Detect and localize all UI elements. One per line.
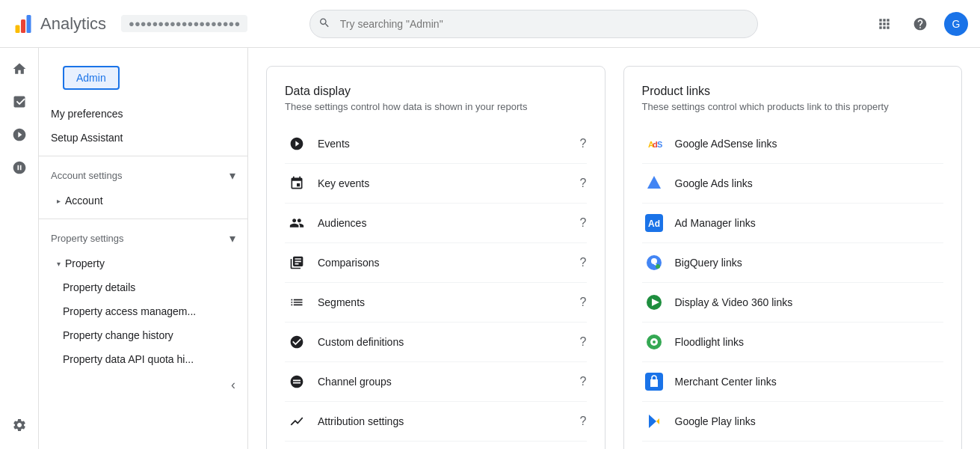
adsense-icon: AdS: [642, 132, 666, 156]
merchant-center-label: Merchant Center links: [675, 376, 944, 388]
sidebar-item-property-data-api-quota[interactable]: Property data API quota hi...: [39, 347, 247, 371]
google-play-icon: [642, 409, 666, 433]
custom-definitions-icon: [285, 330, 309, 354]
segments-icon: [285, 290, 309, 314]
sidebar-section-account-settings[interactable]: Account settings ▾: [39, 162, 247, 189]
floodlight-label: Floodlight links: [675, 336, 944, 348]
product-links-title: Product links: [642, 85, 944, 98]
search-bar-container: [309, 10, 758, 38]
menu-item-search-ads-360[interactable]: Search Ads 360 links: [642, 442, 944, 449]
svg-marker-7: [647, 176, 661, 189]
account-settings-chevron-icon: ▾: [229, 168, 235, 183]
logo: Analytics: [12, 13, 106, 35]
adsense-label: Google AdSense links: [675, 138, 944, 150]
svg-rect-1: [21, 19, 25, 33]
attribution-settings-label: Attribution settings: [318, 415, 580, 427]
sidebar-item-property[interactable]: ▾ Property: [39, 251, 247, 275]
custom-definitions-help-icon: ?: [580, 335, 587, 349]
data-display-subtitle: These settings control how data is shown…: [285, 101, 587, 112]
left-nav: [0, 48, 39, 449]
audiences-icon: [285, 211, 309, 235]
search-icon: [318, 16, 330, 31]
custom-definitions-label: Custom definitions: [318, 336, 580, 348]
segments-help-icon: ?: [580, 296, 587, 309]
sidebar-item-property-change-history[interactable]: Property change history: [39, 323, 247, 347]
key-events-icon: [285, 171, 309, 195]
nav-home-icon[interactable]: [4, 54, 34, 84]
help-icon[interactable]: [908, 12, 932, 36]
menu-item-floodlight[interactable]: Floodlight links: [642, 323, 944, 362]
sidebar-section-property-settings[interactable]: Property settings ▾: [39, 225, 247, 251]
property-access-management-label: Property access managem...: [63, 305, 196, 317]
nav-explore-icon[interactable]: [4, 120, 34, 150]
data-display-card: Data display These settings control how …: [266, 66, 605, 449]
sidebar-item-setup-assistant[interactable]: Setup Assistant: [39, 126, 247, 150]
svg-text:Ad: Ad: [648, 219, 660, 229]
key-events-help-icon: ?: [580, 177, 587, 190]
menu-item-dv360[interactable]: Display & Video 360 links: [642, 283, 944, 323]
menu-item-google-play[interactable]: Google Play links: [642, 402, 944, 442]
property-change-history-label: Property change history: [63, 329, 173, 341]
audiences-label: Audiences: [318, 217, 580, 229]
nav-advertising-icon[interactable]: [4, 153, 34, 183]
data-display-title: Data display: [285, 85, 587, 98]
sidebar-collapse-icon[interactable]: ‹: [231, 377, 235, 393]
main-content: Data display These settings control how …: [248, 48, 980, 449]
property-settings-label: Property settings: [51, 233, 124, 244]
sidebar: Admin My preferences Setup Assistant Acc…: [39, 48, 248, 449]
dv360-icon: [642, 290, 666, 314]
menu-item-segments[interactable]: Segments ?: [285, 283, 587, 323]
main-area: Data display These settings control how …: [248, 48, 980, 449]
menu-item-reporting-identity[interactable]: Reporting identity ?: [285, 442, 587, 449]
account-settings-label: Account settings: [51, 170, 122, 181]
comparisons-icon: [285, 251, 309, 275]
svg-point-18: [653, 340, 656, 343]
merchant-center-icon: [642, 370, 666, 394]
attribution-settings-icon: [285, 409, 309, 433]
ad-manager-icon: Ad: [642, 211, 666, 235]
sidebar-item-account[interactable]: ▸ Account: [39, 189, 247, 213]
account-bullet-icon: ▸: [57, 197, 61, 205]
nav-reports-icon[interactable]: [4, 87, 34, 117]
key-events-label: Key events: [318, 177, 580, 189]
menu-item-comparisons[interactable]: Comparisons ?: [285, 243, 587, 283]
menu-item-ad-manager[interactable]: Ad Ad Manager links: [642, 204, 944, 243]
property-bullet-icon: ▾: [57, 260, 61, 268]
account-label: Account: [65, 195, 103, 207]
svg-text:S: S: [657, 140, 662, 149]
sidebar-item-property-details[interactable]: Property details: [39, 275, 247, 299]
svg-point-11: [651, 258, 657, 264]
events-help-icon: ?: [580, 137, 587, 150]
product-links-card: Product links These settings control whi…: [623, 66, 963, 449]
menu-item-adsense[interactable]: AdS Google AdSense links: [642, 124, 944, 164]
sidebar-item-property-access-management[interactable]: Property access managem...: [39, 299, 247, 323]
menu-item-key-events[interactable]: Key events ?: [285, 164, 587, 204]
app-title: Analytics: [40, 14, 106, 34]
channel-groups-icon: [285, 370, 309, 394]
comparisons-label: Comparisons: [318, 257, 580, 269]
admin-button[interactable]: Admin: [63, 66, 120, 90]
sidebar-item-my-preferences[interactable]: My preferences: [39, 102, 247, 126]
floodlight-icon: [642, 330, 666, 354]
comparisons-help-icon: ?: [580, 256, 587, 269]
menu-item-google-ads[interactable]: Google Ads links: [642, 164, 944, 204]
property-details-label: Property details: [63, 281, 135, 293]
main-layout: Admin My preferences Setup Assistant Acc…: [0, 48, 980, 449]
analytics-logo-icon: [12, 13, 34, 35]
menu-item-attribution-settings[interactable]: Attribution settings ?: [285, 402, 587, 442]
menu-item-bigquery[interactable]: BigQuery links: [642, 243, 944, 283]
menu-item-channel-groups[interactable]: Channel groups ?: [285, 362, 587, 402]
svg-marker-20: [649, 415, 656, 428]
apps-icon[interactable]: [872, 12, 896, 36]
nav-admin-icon[interactable]: [4, 410, 34, 440]
svg-rect-2: [27, 15, 31, 33]
avatar[interactable]: G: [944, 12, 968, 36]
menu-item-audiences[interactable]: Audiences ?: [285, 204, 587, 243]
menu-item-custom-definitions[interactable]: Custom definitions ?: [285, 323, 587, 362]
sidebar-divider-2: [39, 219, 247, 219]
property-label: Property: [65, 257, 105, 269]
search-input[interactable]: [309, 10, 758, 38]
svg-marker-21: [656, 418, 659, 424]
menu-item-merchant-center[interactable]: Merchant Center links: [642, 362, 944, 402]
menu-item-events[interactable]: Events ?: [285, 124, 587, 164]
